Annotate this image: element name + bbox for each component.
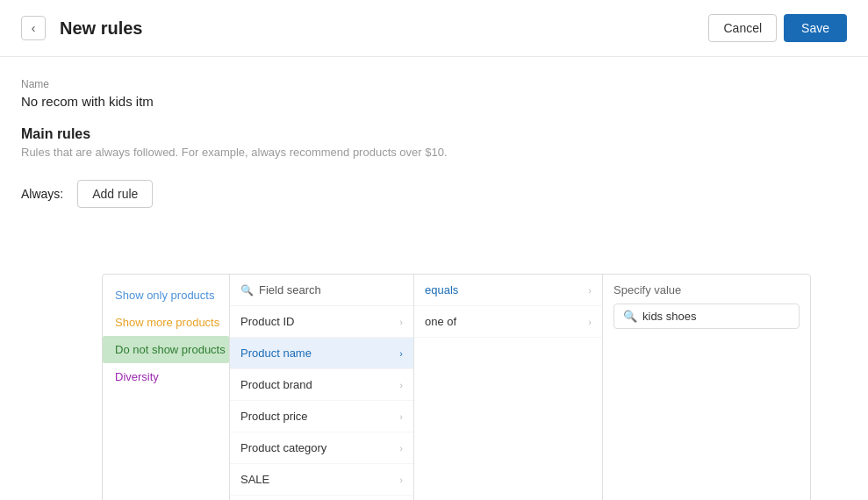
value-search-icon: 🔍 bbox=[623, 310, 637, 323]
field-label-product-brand: Product brand bbox=[240, 378, 312, 391]
back-icon: ‹ bbox=[32, 21, 36, 35]
header-actions: Cancel Save bbox=[708, 14, 847, 42]
field-item-product-name[interactable]: Product name › bbox=[230, 338, 413, 369]
name-value: No recom with kids itm bbox=[21, 94, 847, 109]
dropdown-row: Show only products Show more products Do… bbox=[102, 260, 868, 500]
operator-equals-label: equals bbox=[425, 283, 458, 296]
specify-label: Specify value bbox=[613, 283, 800, 296]
page-title: New rules bbox=[60, 18, 142, 39]
value-column: Specify value 🔍 bbox=[603, 275, 810, 500]
header-left: ‹ New rules bbox=[21, 16, 142, 40]
field-item-product-category[interactable]: Product category › bbox=[230, 432, 413, 464]
chevron-product-id: › bbox=[399, 317, 403, 327]
value-search-input[interactable] bbox=[642, 310, 790, 323]
value-search-wrapper: 🔍 bbox=[613, 304, 800, 329]
field-label-sale: SALE bbox=[240, 473, 269, 486]
field-label-product-category: Product category bbox=[240, 441, 326, 454]
field-item-sale[interactable]: SALE › bbox=[230, 464, 413, 496]
field-item-product-id[interactable]: Product ID › bbox=[230, 306, 413, 338]
chevron-product-brand: › bbox=[399, 380, 403, 390]
chevron-sale: › bbox=[399, 475, 403, 485]
rule-type-column: Show only products Show more products Do… bbox=[103, 275, 230, 500]
chevron-one-of: › bbox=[588, 317, 592, 327]
operator-one-of[interactable]: one of › bbox=[414, 306, 602, 338]
field-item-product-brand[interactable]: Product brand › bbox=[230, 369, 413, 401]
field-search-label: Field search bbox=[259, 283, 321, 296]
rule-type-show-more[interactable]: Show more products bbox=[103, 309, 229, 336]
chevron-equals: › bbox=[588, 285, 592, 296]
operator-one-of-label: one of bbox=[425, 315, 456, 328]
field-item-product-price[interactable]: Product price › bbox=[230, 401, 413, 432]
always-row: Always: Add rule bbox=[21, 180, 847, 208]
main-rules-title: Main rules bbox=[21, 126, 847, 142]
rule-type-show-only[interactable]: Show only products bbox=[103, 282, 229, 309]
rule-type-diversity[interactable]: Diversity bbox=[103, 363, 229, 390]
field-label-product-id: Product ID bbox=[240, 315, 294, 328]
rule-type-do-not-show[interactable]: Do not show products bbox=[103, 336, 229, 363]
add-rule-button[interactable]: Add rule bbox=[77, 180, 153, 208]
page: ‹ New rules Cancel Save Name No recom wi… bbox=[0, 0, 868, 500]
operator-equals[interactable]: equals › bbox=[414, 275, 602, 306]
always-label: Always: bbox=[21, 187, 63, 201]
field-search-item[interactable]: 🔍 Field search bbox=[230, 275, 413, 306]
main-rules-desc: Rules that are always followed. For exam… bbox=[21, 146, 847, 159]
header: ‹ New rules Cancel Save bbox=[0, 0, 868, 57]
chevron-product-name: › bbox=[399, 348, 403, 359]
cancel-button[interactable]: Cancel bbox=[708, 14, 777, 42]
chevron-product-category: › bbox=[399, 443, 403, 454]
content: Name No recom with kids itm Main rules R… bbox=[0, 57, 868, 208]
fields-column: 🔍 Field search Product ID › Product name… bbox=[230, 275, 414, 500]
dropdown-panel: Show only products Show more products Do… bbox=[0, 260, 868, 500]
field-search-icon: 🔍 bbox=[240, 284, 254, 296]
field-item-credit[interactable]: CREDIT › bbox=[230, 496, 413, 500]
field-label-product-price: Product price bbox=[240, 410, 308, 423]
dropdown-container: Show only products Show more products Do… bbox=[102, 274, 811, 500]
name-label: Name bbox=[21, 78, 847, 90]
operators-column: equals › one of › bbox=[414, 275, 603, 500]
chevron-product-price: › bbox=[399, 411, 403, 422]
back-button[interactable]: ‹ bbox=[21, 16, 46, 40]
field-label-product-name: Product name bbox=[240, 346, 312, 360]
save-button[interactable]: Save bbox=[784, 14, 847, 42]
